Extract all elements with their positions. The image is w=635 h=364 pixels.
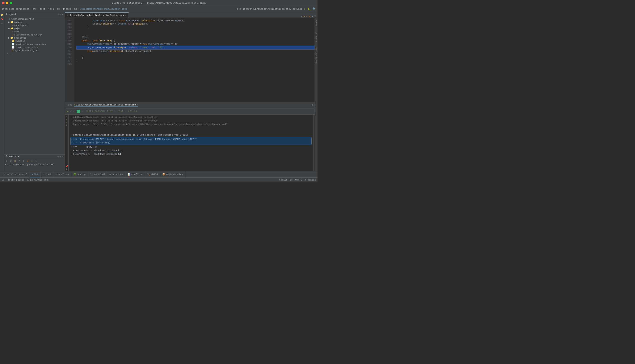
status-encoding[interactable]: UTF-8 [295,179,302,181]
run-settings-icon[interactable]: ⚙ [312,103,313,106]
folder-icon: 📁 [10,27,13,30]
code-line: users.forEach(e-> System.out.println(e))… [76,22,316,26]
bottom-tab-label: Version Control [7,173,28,176]
rerun-icon[interactable]: ↺ [66,115,67,118]
output-line: : ==> Parameters: 曹%(String) [71,141,311,145]
tree-item[interactable]: ▶ 📁 pojo [4,27,65,30]
scroll-down-icon[interactable]: ▼ [314,15,316,18]
close-panel-icon[interactable]: ✕ [62,13,63,16]
status-indent[interactable]: 4 spaces [305,179,316,181]
breadcrumb-part: itcast [63,8,71,10]
structure-settings-icon[interactable]: ⚙ [60,155,61,158]
code-editor[interactable]: List<User> users = this.userMapper.selec… [75,18,317,102]
structure-interface-icon[interactable]: ◎ [30,159,34,163]
tree-item[interactable]: ☕ User [4,30,65,33]
tree-item[interactable]: ⚙ MybatisPlusConfig [4,18,65,20]
run-tab-active[interactable]: ▶ ItcastMpSpringbootApplicationTests.Tes… [74,103,138,106]
failed-icon[interactable]: ✓ [66,121,67,124]
structure-alpha-icon[interactable]: α [9,159,13,163]
run-filter-icon[interactable]: ✓ [77,110,80,113]
window-controls[interactable] [2,2,12,4]
tests-passed-label: Tests passed: 1 of 1 test – 475 ms [85,110,137,113]
structure-expand-icon[interactable]: » [35,159,38,163]
bottom-tab-todo[interactable]: ☑ TODO [41,172,53,178]
output-line [70,130,312,133]
passed-icon[interactable]: ✓ [66,118,67,120]
nav-back-icon[interactable]: ◀ [236,7,238,10]
structure-toolbar: ↕ α m f i ● ◎ » [4,159,65,163]
tree-expand-icon[interactable]: ▶ ... [7,52,13,55]
tree-item[interactable]: ▶ 📁 resources [4,36,65,40]
output-line: : addMappedStatement: cn.itcast.mp.mappe… [70,119,312,123]
code-line [76,32,316,36]
line-number: 216 [65,32,73,36]
bottom-tab-problems[interactable]: ⚠ Problems [53,172,71,178]
run-toolbar: ▶ ✓ ✓ ✓ ✓ Tests passed: 1 of 1 test – 47… [65,108,317,115]
bottom-tab-dependencies[interactable]: 📦 Dependencies [160,172,185,178]
run-check2-icon[interactable]: ✓ [74,110,75,113]
status-line-sep[interactable]: LF [290,179,293,181]
bottom-tab-profiler[interactable]: 📊 Profiler [125,172,145,178]
bottom-tab-version-control[interactable]: ⎇ Version Control [1,172,30,178]
window-title: itcast-mp-springboot – ItcastMpSpringboo… [112,2,205,4]
editor-tab-active[interactable]: J ItcastMpSpringbootApplicationTests.jav… [65,12,129,18]
nav-icon[interactable]: ⚙ [239,7,241,11]
filter-icon[interactable]: ⚙ [66,124,67,126]
structure-info-icon[interactable]: i [22,159,25,163]
maximize-button[interactable] [10,2,12,4]
delete-icon[interactable]: 🗑 [66,168,68,171]
run-tab-close-icon[interactable]: ✕ [137,104,138,106]
tab-close-icon[interactable]: ✕ [125,14,126,16]
pin-icon[interactable]: 📌 [66,165,68,168]
search-icon[interactable]: 🔍 [312,7,316,11]
structure-method-icon[interactable]: m [14,159,17,163]
structure-circle-icon[interactable]: ● [26,159,29,163]
run-play-icon[interactable]: ▶ [67,110,68,113]
status-right: 65:135 LF UTF-8 4 spaces [279,179,316,181]
chevron-icon: ▶ [9,21,10,24]
bottom-tab-spring[interactable]: 🌿 Spring [71,172,88,178]
debug-icon[interactable]: 🐛 [307,7,311,11]
close-button[interactable] [2,2,5,4]
bottom-tab-build[interactable]: 🔨 Build [145,172,160,178]
line-number: 213 [65,22,73,26]
line-number: 223 [65,56,73,59]
navigate-icon[interactable]: ↗ [66,162,67,165]
tree-item[interactable]: ☕ ItcastMpSpringbootAp [4,33,65,36]
bottom-tab-terminal[interactable]: ⬛ Terminal [88,172,108,178]
database-label[interactable]: Database [315,32,317,42]
structure-field-icon[interactable]: f [18,159,21,163]
bottom-tab-services[interactable]: ⚙ Services [107,172,125,178]
tree-item[interactable]: ▶ 📁 mapper [4,20,65,24]
tree-item[interactable]: 🗒 mybatis-config.xml [4,49,65,52]
structure-sort-icon[interactable]: ↕ [5,159,9,163]
run-tab-icon: ▶ [74,103,75,106]
minimize-button[interactable] [6,2,9,4]
structure-item[interactable]: ▼ C ItcastMpSpringbootApplicationTest [4,163,65,166]
settings-icon[interactable]: ⚙ [60,13,61,16]
tree-item[interactable]: ☕ UserMapper [4,24,65,27]
breadcrumb: itcast-mp-springboot › src › test › java… [2,8,127,10]
java-icon: ☕ [12,33,13,36]
run-output[interactable]: : addMappedStatement: cn.itcast.mp.mappe… [69,115,313,171]
run-check-icon[interactable]: ✓ [70,110,72,113]
notifications-label[interactable]: Notifications [315,48,317,64]
maven-label[interactable]: Maven [315,20,317,26]
project-sidebar-icon[interactable]: 📁 [0,13,4,17]
structure-icon1[interactable]: ≡ [57,155,59,158]
tree-item[interactable]: 📁 mybatis [4,40,65,42]
bottom-tab-run[interactable]: ▶ Run [30,172,41,178]
structure-sidebar-icon[interactable]: ≡ [0,22,4,25]
tree-item[interactable]: 📄 log4j.properties [4,46,65,49]
status-position[interactable]: 65:135 [279,179,288,181]
run-tabs: Run: ▶ ItcastMpSpringbootApplicationTest… [65,102,317,108]
collapse-all-icon[interactable]: ≡ [57,13,59,16]
tree-item[interactable]: 📄 application.properties [4,42,65,46]
scroll-up-icon[interactable]: ▲ [312,15,313,18]
run-icon[interactable]: ▶ [304,7,306,11]
editor-gutter-info: ⚠ 6 ✕ 3 ▲ ▼ [301,15,317,18]
structure-close-icon[interactable]: ✕ [62,155,63,158]
bookmark-sidebar-icon[interactable]: 🔖 [0,17,4,21]
output-line: : ==> Preparing: SELECT id,user_name,nam… [71,138,311,141]
tree-item[interactable]: ▶ ... [4,52,65,55]
